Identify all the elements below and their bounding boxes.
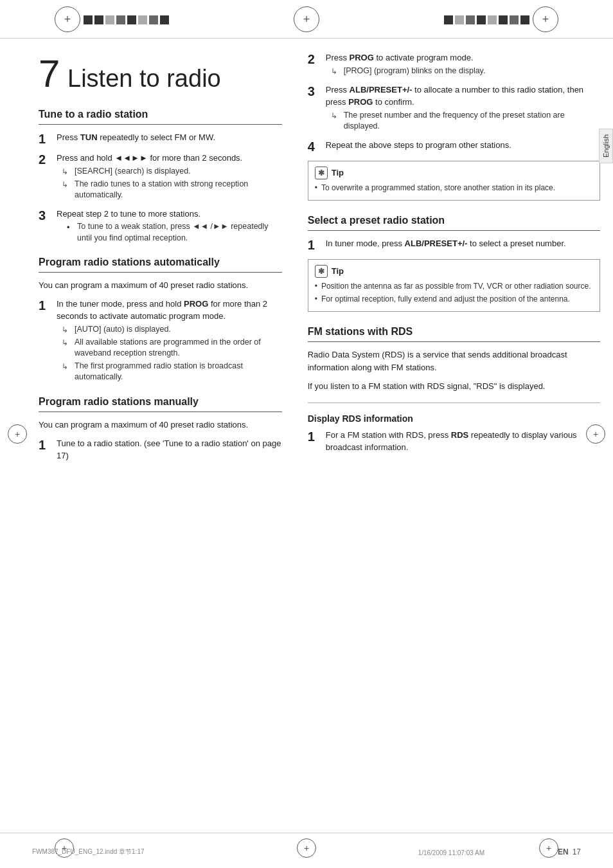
header-bar: [0, 0, 613, 39]
divider: [308, 402, 600, 403]
section-tune-heading: Tune to a radio station: [39, 109, 282, 125]
section-prog-manual-heading: Program radio stations manually: [39, 396, 282, 412]
tip-content: • To overwrite a programmed station, sto…: [315, 182, 593, 194]
tip-icon-2: ✱: [315, 265, 328, 278]
arrow-text: All available stations are programmed in…: [75, 337, 282, 359]
main-content: 7 Listen to radio Tune to a radio statio…: [0, 39, 613, 829]
footer-file-right: 1/16/2009 11:07:03 AM: [418, 849, 484, 856]
tip-box-1: ✱ Tip • To overwrite a programmed statio…: [308, 161, 600, 201]
side-reg-icon: +: [8, 424, 27, 444]
bullet-symbol: •: [315, 293, 317, 305]
tip-bullet: • To overwrite a programmed station, sto…: [315, 182, 593, 194]
page-footer: EN 17: [558, 847, 581, 856]
arrow-item: ↳ The radio tunes to a station with stro…: [62, 179, 282, 201]
bullet-symbol: •: [315, 182, 317, 194]
footer-reg-mark: +: [297, 838, 316, 858]
bar: [160, 15, 169, 24]
tip-box-2: ✱ Tip • Position the antenna as far as p…: [308, 259, 600, 312]
page-en-label: EN: [558, 847, 569, 856]
bar: [105, 15, 114, 24]
bar: [94, 15, 103, 24]
bar: [455, 15, 464, 24]
step-num: 3: [308, 84, 326, 99]
bar: [477, 15, 486, 24]
arrow-text: [SEARCH] (search) is displayed.: [75, 166, 191, 177]
chapter-number: 7: [39, 52, 60, 95]
key-rewind: ◄◄: [192, 222, 208, 231]
bar: [488, 15, 497, 24]
english-tab: English: [599, 129, 613, 163]
arrow-symbol: ↳: [62, 179, 72, 190]
subsection-rds-heading: Display RDS information: [308, 413, 600, 424]
step-prog-manual-4: 4 Repeat the above steps to program othe…: [308, 139, 600, 154]
step-num: 3: [39, 208, 57, 223]
step-content: Press and hold ◄◄►► for more than 2 seco…: [57, 152, 282, 203]
footer-reg-right: +: [539, 838, 558, 858]
tip-bullet-text: Position the antenna as far as possible …: [321, 280, 591, 292]
step-num: 1: [308, 429, 326, 444]
arrow-item: ↳ The first programmed radio station is …: [62, 361, 282, 383]
arrow-symbol: ↳: [62, 166, 72, 177]
tip-bullet: • For optimal reception, fully extend an…: [315, 293, 593, 305]
section-prog-auto-heading: Program radio stations automatically: [39, 257, 282, 273]
bar: [127, 15, 136, 24]
step-prog-auto-1: 1 In the tuner mode, press and hold PROG…: [39, 298, 282, 384]
arrow-text: The radio tunes to a station with strong…: [75, 179, 282, 201]
arrow-text: The first programmed radio station is br…: [75, 361, 282, 383]
arrow-text: The preset number and the frequency of t…: [344, 110, 600, 132]
chapter-title: Listen to radio: [67, 65, 221, 92]
arrow-symbol: ↳: [62, 337, 72, 348]
bullet-item: • To tune to a weak station, press ◄◄ /►…: [67, 221, 282, 244]
step-num: 1: [39, 437, 57, 453]
footer-reg-mark: +: [539, 838, 558, 858]
tip-label: Tip: [332, 168, 344, 177]
bar: [466, 15, 475, 24]
step-prog-manual-2: 2 Press PROG to activate program mode. ↳…: [308, 51, 600, 78]
step-num: 2: [308, 51, 326, 67]
tip-icon: ✱: [315, 167, 328, 179]
step-tune-2: 2 Press and hold ◄◄►► for more than 2 se…: [39, 152, 282, 203]
right-column: English 2 Press PROG to activate program…: [295, 51, 600, 784]
arrow-item: ↳ [SEARCH] (search) is displayed.: [62, 166, 282, 177]
section-rds-heading: FM stations with RDS: [308, 326, 600, 342]
key-prog: PROG: [184, 299, 208, 309]
key-prog-2: PROG: [350, 53, 374, 62]
step-prog-manual-1: 1 Tune to a radio station. (see 'Tune to…: [39, 437, 282, 464]
bullet-symbol: •: [67, 221, 73, 234]
tip-header: ✱ Tip: [315, 167, 593, 179]
step-content: Press PROG to activate program mode. ↳ […: [326, 51, 600, 78]
bullet-text: To tune to a weak station, press ◄◄ /►► …: [77, 221, 282, 244]
footer-file-left: FWM387_DFU_ENG_12.indd 章节1:17: [32, 847, 145, 856]
bar: [444, 15, 453, 24]
step-content: Repeat step 2 to tune to more stations. …: [57, 208, 282, 246]
bar: [116, 15, 125, 24]
bar: [149, 15, 158, 24]
step-content: For a FM station with RDS, press RDS rep…: [326, 429, 600, 455]
key-alb-preset-2: ALB/PRESET+/-: [405, 239, 468, 248]
key-ff: ►►: [213, 222, 229, 231]
prog-manual-intro: You can program a maximum of 40 preset r…: [39, 419, 282, 432]
step-content: Tune to a radio station. (see 'Tune to a…: [57, 437, 282, 464]
bar: [520, 15, 529, 24]
bullet-symbol: •: [315, 280, 317, 292]
rds-intro-2: If you listen to a FM station with RDS s…: [308, 380, 600, 393]
rds-intro-1: Radio Data System (RDS) is a service tha…: [308, 348, 600, 375]
reg-mark-left: [55, 6, 80, 32]
step-num: 4: [308, 139, 326, 154]
step-prog-manual-3: 3 Press ALB/PRESET+/- to allocate a numb…: [308, 84, 600, 134]
side-reg-left: +: [8, 424, 27, 444]
step-num: 2: [39, 152, 57, 167]
key-rewind-ff: ◄◄►►: [114, 153, 147, 163]
bar-group-left: [84, 13, 169, 24]
step-tune-1: 1 Press TUN repeatedly to select FM or M…: [39, 131, 282, 147]
tip-bullet-text: To overwrite a programmed station, store…: [321, 182, 555, 194]
arrow-item: ↳ [PROG] (program) blinks on the display…: [331, 66, 600, 77]
step-num: 1: [308, 237, 326, 253]
section-preset-heading: Select a preset radio station: [308, 215, 600, 231]
arrow-item: ↳ [AUTO] (auto) is displayed.: [62, 324, 282, 336]
arrow-text: [AUTO] (auto) is displayed.: [75, 324, 171, 336]
bar-group-right: [444, 13, 529, 24]
tip-label-2: Tip: [332, 266, 344, 276]
step-content: Press ALB/PRESET+/- to allocate a number…: [326, 84, 600, 134]
step-num: 1: [39, 298, 57, 313]
